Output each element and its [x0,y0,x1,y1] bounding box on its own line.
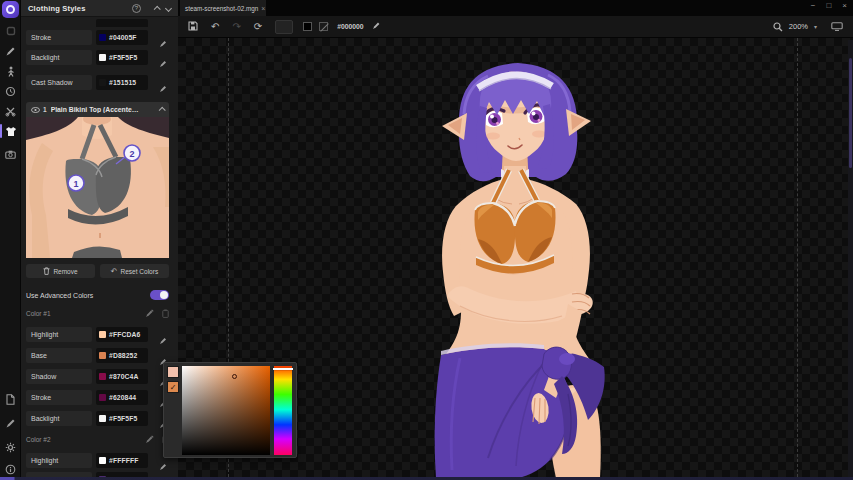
hex-value-field[interactable]: #04005F [96,30,148,45]
row-label: Backlight [26,50,92,65]
confirm-color-button[interactable]: ✓ [167,381,179,393]
refresh-icon[interactable]: ⟳ [254,22,262,32]
pose-person-icon[interactable] [0,62,21,80]
camera-icon[interactable] [0,145,21,163]
undo-icon[interactable]: ↶ [211,22,219,32]
hex-value-field[interactable]: #F5F5F5 [96,411,148,426]
panel-title: Clothing Styles [28,4,132,13]
color2-row-highlight: Highlight #FFFFFF [26,453,169,468]
check-icon: ✓ [170,383,177,392]
hue-slider[interactable] [274,366,292,455]
file-icon[interactable] [0,390,21,408]
color1-row-shadow: Shadow #870C4A [26,369,169,384]
chevron-up-icon[interactable] [154,5,161,12]
preview-marker-2: 2 [124,145,140,161]
redo-icon[interactable]: ↷ [232,22,240,32]
color-swatch[interactable] [99,394,106,401]
color-swatch[interactable] [99,331,106,338]
eyedropper-icon[interactable] [159,331,167,349]
eyedropper-icon[interactable] [159,54,167,72]
model-icon[interactable] [0,22,21,40]
tab-strip: steam-screenshot-02.mgn × − □ × [178,0,853,16]
help-icon[interactable]: ? [132,4,141,13]
advanced-colors-label: Use Advanced Colors [26,292,150,299]
settings-gear-icon[interactable] [0,438,21,456]
hex-value-field[interactable]: #FFCDA6 [96,327,148,342]
hex-value-field[interactable]: #F5F5F5 [96,50,148,65]
collapse-icon[interactable] [159,107,166,114]
item-section-header[interactable]: 1 Plain Bikini Top (Accente… [26,102,169,117]
clipboard-icon[interactable] [162,304,169,322]
clipped-color-row [26,19,169,27]
pipette-icon[interactable] [145,430,154,448]
minimize-button[interactable]: − [811,1,816,10]
color1-row-base: Base #D88252 [26,348,169,363]
hex-value-field[interactable]: #620844 [96,390,148,405]
app-window: Clothing Styles ? Stroke #04005F Backlig… [0,0,853,480]
color-swatch[interactable] [99,373,106,380]
zoom-caret-icon[interactable]: ▾ [814,23,817,30]
zoom-magnifier-icon[interactable] [773,22,783,32]
hex-value-field[interactable]: #151515 [96,75,148,90]
app-logo-icon[interactable] [2,1,19,18]
fit-screen-icon[interactable] [831,22,843,31]
eyedropper-icon[interactable] [159,79,167,97]
scrollbar-thumb[interactable] [849,58,852,168]
tab-close-icon[interactable]: × [261,5,265,12]
hue-selector[interactable] [273,368,293,370]
hex-value-field[interactable]: #870C4A [96,369,148,384]
color1-row-backlight: Backlight #F5F5F5 [26,411,169,426]
row-label: Stroke [26,30,92,45]
undo-icon: ↶ [111,267,118,276]
color-swatch[interactable] [99,415,106,422]
clothing-shirt-icon[interactable] [0,122,21,140]
preview-marker-1: 1 [68,175,84,191]
pipette-icon[interactable] [145,304,154,322]
hex-value-field[interactable]: #D88252 [96,348,148,363]
preview-art: 2 1 [26,117,169,258]
pen-icon[interactable] [0,414,21,432]
color-swatch[interactable] [99,54,106,61]
canvas-scrollbar[interactable] [848,40,853,477]
color-swatch[interactable] [99,352,106,359]
panel-header: Clothing Styles ? [21,0,178,17]
active-tool-chip[interactable] [275,20,293,34]
character-art [430,54,620,478]
color-swatch[interactable] [99,457,106,464]
remove-button[interactable]: Remove [26,264,95,278]
save-icon[interactable] [188,21,198,33]
advanced-colors-toggle[interactable] [150,290,169,300]
color2-group-header: Color #2 [26,434,169,444]
color-picker-popup: ✓ [163,362,297,458]
svg-text:1: 1 [73,179,78,189]
history-clock-icon[interactable] [0,82,21,100]
color-swatch[interactable] [99,34,106,41]
item-title: Plain Bikini Top (Accente… [51,106,155,113]
color-row-cast-shadow: Cast Shadow #151515 [26,75,169,90]
close-button[interactable]: × [842,1,847,10]
item-preview[interactable]: 2 1 [26,117,169,258]
advanced-colors-row: Use Advanced Colors [26,288,169,302]
brush-icon[interactable] [0,42,21,60]
fill-color-chip[interactable] [303,22,312,31]
eyedropper-icon[interactable] [372,21,381,32]
info-icon[interactable] [0,460,21,478]
zoom-level-value[interactable]: 200% [789,22,808,31]
maximize-button[interactable]: □ [826,1,831,10]
trash-icon [43,267,50,275]
chevron-down-icon[interactable] [165,4,172,11]
canvas-toolbar: ↶ ↷ ⟳ #000000 200% ▾ [178,16,853,38]
saturation-value-field[interactable] [182,366,270,455]
color1-row-highlight: Highlight #FFCDA6 [26,327,169,342]
sv-selector[interactable] [232,374,237,379]
reset-colors-button[interactable]: ↶ Reset Colors [100,264,169,278]
no-color-chip[interactable] [319,22,328,31]
eyedropper-icon[interactable] [159,23,167,28]
color-swatch[interactable] [99,79,106,86]
hex-value-field[interactable]: #FFFFFF [96,453,148,468]
scissors-icon[interactable] [0,102,21,120]
previous-color-swatch[interactable] [167,366,179,378]
eyedropper-icon[interactable] [159,34,167,52]
fill-hex-value[interactable]: #000000 [337,23,363,30]
tab-document[interactable]: steam-screenshot-02.mgn × [180,0,266,16]
